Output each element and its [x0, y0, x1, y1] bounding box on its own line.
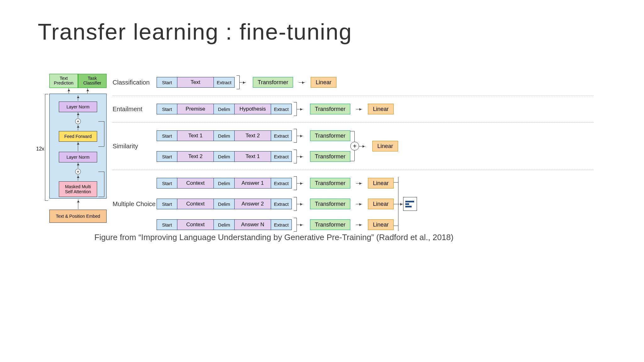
arrow-icon	[240, 82, 246, 83]
bracket-icon	[236, 75, 240, 89]
token-text: Text	[177, 77, 214, 88]
transformer-box: Transformer	[310, 219, 350, 230]
divider	[113, 96, 594, 96]
token-start: Start	[157, 104, 177, 114]
bar-chart-icon	[403, 197, 417, 211]
token-delim: Delim	[214, 219, 235, 230]
token-start: Start	[157, 151, 177, 162]
task-label: Multiple Choice	[113, 200, 157, 208]
token-sequence: Start Context Delim Answer N Extract	[157, 219, 292, 230]
token-text1: Text 1	[235, 151, 271, 162]
task-label: Entailment	[113, 106, 157, 113]
bracket-icon	[294, 129, 297, 143]
token-extract: Extract	[271, 151, 292, 162]
token-context: Context	[177, 199, 214, 209]
task-label: Similarity	[113, 143, 157, 150]
token-sequence: Start Text 2 Delim Text 1 Extract	[157, 151, 292, 162]
merge-connector	[394, 177, 403, 231]
bracket-icon	[294, 218, 297, 232]
bracket-icon	[294, 150, 297, 163]
token-extract: Extract	[214, 77, 235, 88]
token-start: Start	[157, 77, 177, 88]
arrow-icon	[297, 136, 303, 136]
token-sequence: Start Text Extract	[157, 77, 235, 88]
add-node-2: +	[75, 169, 81, 174]
token-delim: Delim	[214, 199, 235, 209]
bracket-icon	[294, 176, 297, 190]
add-node-1: +	[75, 118, 81, 124]
transformer-architecture: Text Prediction Task Classifier Layer No…	[36, 74, 112, 231]
arrow-icon	[297, 109, 303, 109]
token-start: Start	[157, 130, 177, 141]
task-diagrams: Classification Start Text Extract Transf…	[113, 75, 609, 232]
linear-box: Linear	[372, 141, 398, 151]
token-answer: Answer 2	[235, 199, 271, 209]
linear-box: Linear	[368, 219, 394, 230]
transformer-box: Transformer	[310, 130, 350, 141]
token-extract: Extract	[271, 219, 292, 230]
transformer-block: Layer Norm + Feed Forward Layer Norm + M…	[49, 94, 107, 199]
repeat-bracket	[45, 94, 48, 201]
token-answer: Answer N	[235, 219, 271, 230]
caption-suffix: (Radford et al., 2018)	[374, 233, 453, 242]
token-text2: Text 2	[235, 130, 271, 141]
token-hypothesis: Hypothesis	[235, 104, 271, 114]
arrow-icon	[356, 183, 362, 184]
transformer-box: Transformer	[310, 151, 350, 162]
token-delim: Delim	[214, 151, 235, 162]
masked-multi-self-attention-box: Masked Multi Self Attention	[59, 181, 97, 197]
bracket-icon	[294, 197, 297, 211]
arrow-icon	[359, 146, 365, 146]
task-label: Classification	[113, 79, 157, 86]
transformer-box: Transformer	[310, 178, 350, 189]
token-sequence: Start Context Delim Answer 1 Extract	[157, 178, 292, 189]
arrow-icon	[356, 204, 362, 204]
layer-norm-box-2: Layer Norm	[59, 152, 97, 162]
linear-box: Linear	[368, 199, 394, 209]
task-classification: Classification Start Text Extract Transf…	[113, 75, 609, 89]
arrow-icon	[356, 109, 362, 109]
transformer-box: Transformer	[310, 199, 350, 209]
arrow-icon	[297, 156, 303, 157]
token-premise: Premise	[177, 104, 214, 114]
linear-box: Linear	[311, 77, 336, 88]
token-text1: Text 1	[177, 130, 214, 141]
figure-caption: Figure from “Improving Language Understa…	[94, 233, 453, 242]
token-delim: Delim	[214, 104, 235, 114]
token-context: Context	[177, 178, 214, 189]
linear-box: Linear	[368, 178, 394, 189]
head-task-classifier: Task Classifier	[78, 74, 107, 88]
add-node: +	[350, 142, 359, 151]
token-answer: Answer 1	[235, 178, 271, 189]
task-multiple-choice: Multiple Choice Start Context Delim Answ…	[113, 176, 609, 232]
arrow-icon	[297, 225, 303, 225]
transformer-box: Transformer	[310, 104, 350, 114]
linear-box: Linear	[368, 104, 394, 114]
repeat-count: 12x	[36, 146, 44, 152]
token-context: Context	[177, 219, 214, 230]
arrow-icon	[299, 82, 305, 83]
caption-quote: “Improving Language Understanding by Gen…	[138, 233, 374, 242]
embedding-box: Text & Position Embed	[49, 210, 107, 223]
token-extract: Extract	[271, 130, 292, 141]
bracket-icon	[294, 102, 297, 116]
slide-title: Transfer learning : fine-tuning	[38, 19, 352, 45]
arrow-icon	[297, 183, 303, 184]
task-entailment: Entailment Start Premise Delim Hypothesi…	[113, 102, 609, 116]
token-start: Start	[157, 219, 177, 230]
feed-forward-box: Feed Forward	[59, 131, 97, 142]
token-extract: Extract	[271, 178, 292, 189]
token-text2: Text 2	[177, 151, 214, 162]
token-sequence: Start Text 1 Delim Text 2 Extract	[157, 130, 292, 141]
divider	[113, 122, 594, 123]
token-start: Start	[157, 199, 177, 209]
head-text-prediction: Text Prediction	[49, 74, 78, 88]
token-sequence: Start Premise Delim Hypothesis Extract	[157, 104, 292, 114]
arrow-icon	[297, 204, 303, 204]
token-extract: Extract	[271, 104, 292, 114]
token-delim: Delim	[214, 130, 235, 141]
token-sequence: Start Context Delim Answer 2 Extract	[157, 199, 292, 209]
token-start: Start	[157, 178, 177, 189]
arrow-icon	[356, 225, 362, 225]
task-similarity: Similarity Start Text 1 Delim Text 2 Ext…	[113, 129, 609, 163]
